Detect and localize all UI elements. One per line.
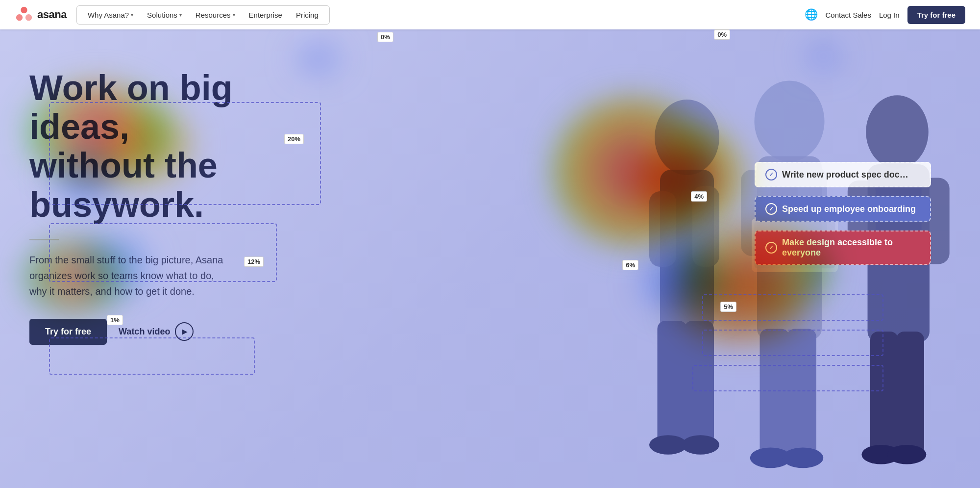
svg-rect-24 (896, 332, 924, 456)
chevron-down-icon: ▾ (179, 12, 182, 18)
svg-point-3 (655, 100, 719, 175)
task3-selection-box (692, 365, 883, 391)
pct-badge-task1: 4% (691, 191, 707, 202)
nav-center: Why Asana? ▾ Solutions ▾ Resources ▾ Ent… (76, 5, 330, 25)
nav-item-why-asana[interactable]: Why Asana? ▾ (81, 8, 140, 22)
task-3-label: Make design accessible to everyone (782, 237, 920, 258)
pct-badge-subtext: 12% (244, 257, 264, 267)
task-check-icon: ✓ (765, 203, 777, 215)
nav-try-free-button[interactable]: Try for free (907, 6, 965, 24)
log-in-link[interactable]: Log In (879, 11, 900, 19)
nav-item-resources[interactable]: Resources ▾ (189, 8, 242, 22)
svg-point-9 (649, 435, 687, 455)
nav-right: 🌐 Contact Sales Log In Try for free (805, 6, 965, 24)
navigation: asana Why Asana? ▾ Solutions ▾ Resources… (0, 0, 980, 29)
pct-badge-nav-center: 0% (377, 32, 393, 42)
task-item-1: ✓ Write new product spec doc… (755, 162, 931, 187)
headline-selection-box (49, 102, 321, 205)
svg-rect-7 (658, 321, 687, 445)
svg-rect-5 (649, 191, 676, 267)
hero-text-section: Work on big ideas,without the busywork. … (29, 69, 323, 345)
buttons-selection-box (49, 337, 255, 375)
svg-point-0 (21, 7, 27, 13)
chevron-down-icon: ▾ (233, 12, 235, 18)
chevron-down-icon: ▾ (131, 12, 133, 18)
task-item-2: ✓ Speed up employee onboarding (755, 196, 931, 222)
svg-point-11 (755, 81, 825, 162)
pct-badge-task3: 5% (720, 302, 736, 312)
pct-badge-headline: 20% (284, 134, 304, 144)
watch-video-label: Watch video (119, 327, 170, 337)
nav-item-enterprise[interactable]: Enterprise (242, 8, 289, 22)
task-check-icon: ✓ (765, 169, 777, 180)
pct-badge-buttons: 1% (107, 315, 123, 325)
globe-icon[interactable]: 🌐 (805, 8, 818, 21)
logo-text: asana (37, 8, 67, 21)
svg-point-1 (16, 14, 23, 21)
svg-point-2 (25, 14, 32, 21)
pct-badge-nav-right: 0% (714, 29, 730, 40)
task-item-3: ✓ Make design accessible to everyone (755, 231, 931, 265)
pct-badge-task2: 6% (622, 260, 638, 270)
svg-point-19 (866, 95, 929, 169)
task-2-label: Speed up employee onboarding (782, 204, 916, 214)
nav-item-pricing[interactable]: Pricing (289, 8, 325, 22)
main-content: Work on big ideas,without the busywork. … (0, 29, 980, 488)
contact-sales-link[interactable]: Contact Sales (826, 11, 871, 19)
svg-point-10 (682, 435, 719, 455)
nav-item-solutions[interactable]: Solutions ▾ (140, 8, 189, 22)
task2-selection-box (702, 330, 883, 356)
svg-point-26 (887, 445, 926, 464)
subtext-selection-box (49, 223, 277, 282)
task-items: ✓ Write new product spec doc… ✓ Speed up… (755, 162, 931, 265)
svg-point-18 (783, 448, 824, 468)
task-check-icon: ✓ (765, 242, 777, 254)
task-1-label: Write new product spec doc… (782, 170, 908, 180)
logo[interactable]: asana (15, 5, 67, 24)
